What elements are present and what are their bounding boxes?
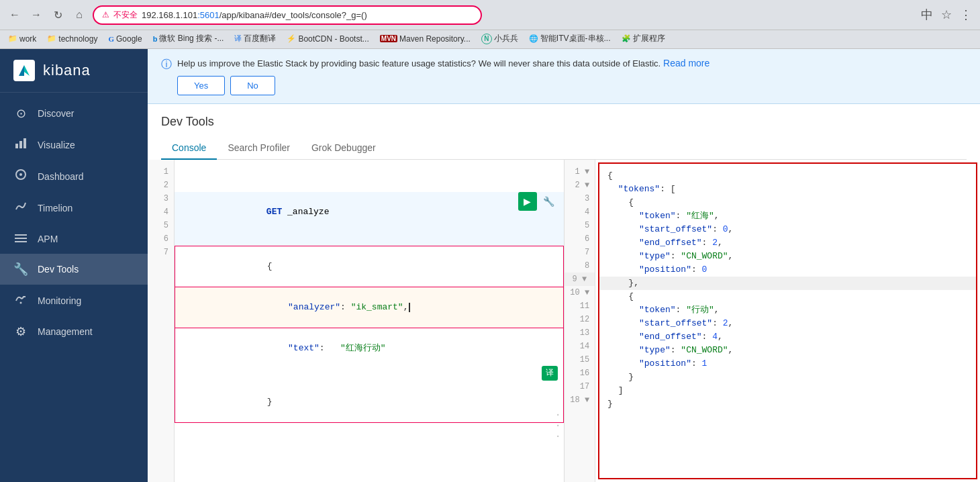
r-line-14: "type": "CN_WORD", (599, 344, 976, 357)
bookmark-baidu-translate[interactable]: 译 百度翻译 (232, 32, 279, 46)
home-button[interactable]: ⌂ (70, 5, 89, 24)
svg-rect-1 (19, 141, 22, 148)
bookmark-xiaobing[interactable]: N 小兵兵 (479, 32, 521, 46)
sidebar-item-devtools[interactable]: 🔧 Dev Tools (0, 254, 148, 285)
browser-action-buttons: 中 ☆ ⋮ (918, 4, 975, 26)
code-lines[interactable]: GET _analyze ▶ 🔧 { (175, 160, 564, 483)
code-line-3: GET _analyze ▶ 🔧 (175, 192, 564, 246)
tab-search-profiler[interactable]: Search Profiler (217, 137, 301, 160)
bookmark-label: BootCDN - Bootst... (298, 34, 369, 44)
devtools-icon: 🔧 (13, 262, 28, 277)
svg-rect-6 (15, 238, 27, 239)
run-button[interactable]: ▶ (518, 192, 537, 211)
notice-text: Help us improve the Elastic Stack by pro… (177, 58, 660, 68)
r-line-num-14: 14 (565, 340, 595, 353)
url-host: 192.168.1.101 (142, 10, 197, 20)
translate-btn[interactable]: 中 (918, 4, 936, 26)
code-line-7: } (175, 382, 564, 423)
sidebar-label-visualize: Visualize (38, 140, 75, 150)
r-line-num-16: 16 (565, 367, 595, 380)
line-num-4: 4 (148, 205, 174, 219)
forward-button[interactable]: → (27, 5, 46, 24)
r-line-2: "tokens": [ (599, 183, 976, 196)
bookmark-work[interactable]: 📁 work (5, 33, 39, 45)
back-button[interactable]: ← (5, 5, 24, 24)
line-numbers: 1 2 3 4 5 6 7 (148, 160, 175, 483)
sidebar-item-management[interactable]: ⚙ Management (0, 316, 148, 347)
bootcdn-icon: ⚡ (287, 34, 296, 43)
response-panel: 1 ▼ 2 ▼ 3 4 5 6 7 8 9 ▼ 10 ▼ 11 12 (565, 160, 981, 483)
line-num-7: 7 (148, 246, 174, 259)
sidebar-item-dashboard[interactable]: Dashboard (0, 160, 148, 192)
translate-icon: 译 (234, 34, 242, 44)
sidebar-item-visualize[interactable]: Visualize (0, 129, 148, 160)
bookmark-label: 微软 Bing 搜索 -... (159, 33, 224, 44)
address-bar[interactable]: ⚠ 不安全 192.168.1.101:5601/app/kibana#/dev… (93, 5, 482, 25)
tab-console[interactable]: Console (161, 137, 217, 160)
svg-rect-0 (15, 144, 18, 148)
svg-rect-5 (15, 234, 27, 236)
page-title: Dev Tools (161, 115, 967, 129)
r-line-num-8: 8 (565, 259, 595, 273)
discover-icon: ⊙ (13, 106, 28, 121)
lock-icon: ⚠ (102, 10, 109, 19)
editor-content[interactable]: 1 2 3 4 5 6 7 (148, 160, 564, 483)
menu-btn[interactable]: ⋮ (957, 4, 975, 26)
bookmark-label: 百度翻译 (244, 33, 276, 44)
dev-tools-area: Dev Tools Console Search Profiler Grok D… (148, 104, 980, 483)
sidebar-label-dashboard: Dashboard (38, 171, 84, 182)
r-line-12: "start_offset": 2, (599, 317, 976, 330)
bookmark-bing[interactable]: b 微软 Bing 搜索 -... (150, 32, 227, 46)
translate-button[interactable]: 译 (542, 366, 558, 381)
extension-icon: 🧩 (622, 34, 631, 43)
r-line-num-15: 15 (565, 353, 595, 367)
line-num-1: 1 (148, 165, 174, 179)
r-line-1: { (599, 169, 976, 183)
r-line-num-9: 9 ▼ (565, 273, 595, 286)
bookmark-bootcdn[interactable]: ⚡ BootCDN - Bootst... (284, 33, 371, 45)
dev-tools-tabs: Console Search Profiler Grok Debugger (161, 137, 967, 160)
bookmark-maven[interactable]: MVN Maven Repository... (377, 33, 473, 45)
itv-icon: 🌐 (529, 34, 538, 43)
code-line-5: "analyzer": "ik_smart", (175, 287, 564, 328)
apm-icon (13, 232, 28, 246)
browser-chrome: ← → ↻ ⌂ ⚠ 不安全 192.168.1.101:5601/app/kib… (0, 0, 980, 30)
kibana-logo-icon (13, 60, 35, 81)
r-line-16: } (599, 371, 976, 384)
svg-point-8 (20, 302, 22, 304)
tab-grok-debugger[interactable]: Grok Debugger (301, 137, 387, 160)
line-num-6: 6 (148, 232, 174, 246)
sidebar-nav: ⊙ Discover Visualize (0, 93, 148, 482)
r-line-7: "type": "CN_WORD", (599, 250, 976, 263)
r-line-num-13: 13 (565, 326, 595, 340)
bookmark-technology[interactable]: 📁 technology (44, 33, 100, 45)
bookmark-label: 小兵兵 (494, 33, 518, 44)
r-line-num-17: 17 (565, 380, 595, 393)
dashboard-icon (13, 168, 28, 184)
read-more-link[interactable]: Read more (663, 58, 709, 68)
bookmark-google[interactable]: G Google (105, 33, 144, 45)
sidebar-item-apm[interactable]: APM (0, 224, 148, 254)
line-num-5: 5 (148, 219, 174, 232)
reload-button[interactable]: ↻ (48, 5, 67, 24)
r-line-15: "position": 1 (599, 357, 976, 371)
sidebar-item-discover[interactable]: ⊙ Discover (0, 98, 148, 129)
wrench-button[interactable]: 🔧 (540, 192, 558, 211)
r-line-18: } (599, 397, 976, 411)
folder-icon: 📁 (8, 34, 17, 43)
sidebar-item-monitoring[interactable]: Monitoring (0, 285, 148, 316)
bookmark-btn[interactable]: ☆ (938, 4, 954, 26)
bookmark-label: 智能ITV桌面-串核... (540, 33, 611, 44)
svg-point-4 (19, 173, 22, 176)
bookmark-itv[interactable]: 🌐 智能ITV桌面-串核... (526, 32, 614, 46)
monitoring-icon (13, 293, 28, 308)
url-text: 192.168.1.101:5601/app/kibana#/dev_tools… (142, 10, 473, 20)
no-button[interactable]: No (230, 76, 275, 95)
r-line-num-5: 5 (565, 219, 595, 232)
bookmark-extensions[interactable]: 🧩 扩展程序 (619, 32, 668, 46)
sidebar-label-devtools: Dev Tools (38, 264, 79, 275)
yes-button[interactable]: Yes (177, 76, 225, 95)
sidebar-item-timelion[interactable]: Timelion (0, 192, 148, 224)
app-layout: kibana ⊙ Discover Visualize (0, 49, 980, 482)
folder-icon: 📁 (47, 34, 56, 43)
